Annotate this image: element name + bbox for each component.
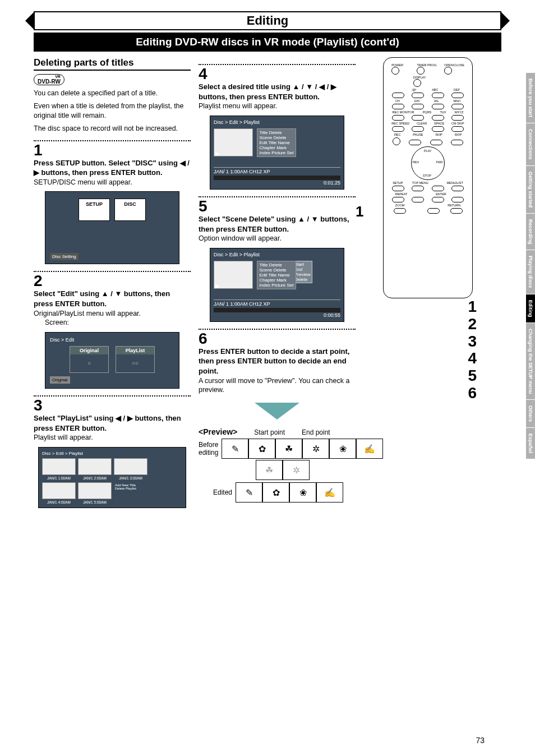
step4-body: Playlist menu will appear. [199, 102, 356, 111]
tab-others: Others [526, 400, 535, 427]
osd-status: JAN/ 1 1:00AM CH12 XP [214, 301, 270, 307]
page-number: 73 [476, 736, 485, 745]
rlbl: JKL [433, 99, 439, 103]
rlbl: MENU/LIST [446, 181, 463, 185]
osd-playlist-label: PlayList [116, 347, 154, 354]
rlbl: SKIP [455, 133, 462, 136]
setup-button [392, 186, 404, 191]
step5-body: Option window will appear. [199, 234, 356, 243]
callout-num: 6 [468, 385, 477, 402]
step1-body: SETUP/DISC menu will appear. [34, 178, 191, 187]
step6-head: Press ENTER button to decide a start poi… [199, 347, 356, 376]
column-mid: 4 Select a desired title using ▲ / ▼ / ◀… [199, 57, 356, 513]
rlbl: REPEAT [395, 192, 408, 196]
menu-item: Scene Delete [260, 135, 294, 140]
rlbl: MNO [453, 99, 460, 103]
right-button [451, 197, 464, 202]
num5-button [432, 104, 444, 109]
callout-num: 5 [468, 367, 477, 385]
osd-thumbnail: ▶ [214, 128, 253, 156]
rlbl: TIMER PROG. [417, 63, 437, 67]
osd-selected-label: Original [50, 376, 70, 384]
fwd-label: FWD [436, 160, 443, 164]
step6-body: A cursor will move to "Preview". You can… [199, 376, 356, 395]
intro-1: You can delete a specified part of a tit… [34, 89, 191, 98]
rlbl: OPEN/CLOSE [444, 63, 464, 67]
menu-item: Edit Title Name [260, 273, 294, 278]
osd-setup-btn: SETUP [79, 199, 110, 221]
preview-edited-row: Edited ✎✿ ❀✍ [199, 482, 356, 503]
remote-callout-left: 1 [356, 203, 363, 220]
osd-setup-label: Disc Setting [50, 253, 79, 260]
rlbl: REC MONITOR [393, 110, 414, 114]
osd-time: 0:00:55 [214, 312, 340, 318]
submenu-item: Start [294, 262, 310, 267]
rlbl: ENTER [436, 192, 446, 196]
preview-start-label: Start point [254, 428, 285, 436]
rlbl: DEF [454, 88, 460, 91]
osd-edit-screen: Disc > Edit Original ▫ PlayList ▫▫ Origi… [45, 332, 179, 389]
step6-num: 6 [199, 331, 356, 347]
step5-head: Select "Scene Delete" using ▲ / ▼ button… [199, 214, 356, 234]
dvd-rw-badge: VR DVD-RW [34, 74, 64, 85]
down-arrow-icon [255, 403, 299, 420]
remote-callout-right: 1 2 3 4 5 6 [468, 298, 477, 402]
step2-num: 2 [34, 273, 191, 289]
ch-down-button [392, 104, 404, 109]
rlbl: PAUSE [413, 133, 423, 136]
menu-item: Chapter Mark [260, 278, 294, 283]
rlbl: TUV [440, 110, 446, 114]
down-button [427, 208, 440, 214]
num4-button [412, 104, 424, 109]
separator [199, 329, 356, 330]
osd-original-label: Original [70, 347, 108, 354]
play-ring: PLAY REV FWD STOP [411, 146, 445, 180]
separator [199, 64, 356, 65]
menu-item: Title Delete [260, 130, 294, 135]
num7-button [412, 115, 424, 121]
tab-changing-setup: Changing the SETUP menu [526, 323, 535, 399]
rev-label: REV [413, 160, 419, 164]
menu-item: Title Delete [260, 262, 294, 268]
osd-breadcrumb: Disc > Edit > Playlist [214, 119, 340, 125]
intro-2: Even when a title is deleted from the pl… [34, 102, 191, 121]
osd-breadcrumb: Disc > Edit > Playlist [42, 451, 182, 456]
osd-context-menu: Title Delete Scene Delete Edit Title Nam… [257, 261, 297, 289]
playlist-cell: JAN/1 5:00AM [78, 500, 112, 504]
menu-item: Index Picture Set [260, 283, 294, 288]
step5-num: 5 [199, 199, 356, 214]
separator [34, 140, 191, 141]
page-header: Editing [34, 11, 501, 30]
separator [34, 395, 191, 397]
rlbl: -@! [412, 88, 417, 91]
playlist-cell: JAN/1 3:00AM [114, 476, 147, 480]
step1-head: Press SETUP button. Select "DISC" using … [34, 158, 191, 178]
intro-3: The disc space to record will not be inc… [34, 124, 191, 133]
submenu-item: Delete [294, 277, 310, 282]
rlbl: DISPLAY [413, 76, 426, 79]
tab-recording: Recording [526, 214, 535, 250]
osd-original-option: Original ▫ [70, 346, 109, 373]
num2-button [432, 93, 444, 98]
edited-label: Edited [199, 488, 232, 496]
tab-espanol: Español [526, 428, 535, 459]
osd-time: 0:01:25 [214, 180, 340, 186]
side-tabs: Before you start Connections Getting sta… [526, 73, 535, 459]
section-title: Deleting parts of titles [34, 57, 191, 71]
rlbl: TOP MENU [412, 181, 428, 185]
playlist-addnew: Add New Title Delete Playlist [114, 482, 147, 491]
playlist-cell: JAN/1 4:00AM [42, 500, 76, 504]
step2-head: Select "Edit" using ▲ / ▼ buttons, then … [34, 289, 191, 308]
step3-num: 3 [34, 398, 191, 413]
ch-up-button [392, 93, 404, 98]
submenu-item: End [294, 267, 310, 272]
osd-thumbnail: ▶ [214, 261, 253, 289]
osd-breadcrumb: Disc > Edit [50, 337, 174, 343]
osd-status: JAN/ 1 1:00AM CH12 XP [214, 169, 270, 174]
rlbl: SKIP [435, 133, 442, 136]
playlist-cell: JAN/1 2:00AM [78, 476, 112, 480]
menu-item: Scene Delete [260, 268, 294, 273]
column-remote: POWERTIMER PROG.OPEN/CLOSE DISPLAY -@!AB… [363, 57, 492, 513]
osd-breadcrumb: Disc > Edit > Playlist [214, 252, 340, 257]
rlbl: RETURN [448, 204, 460, 207]
